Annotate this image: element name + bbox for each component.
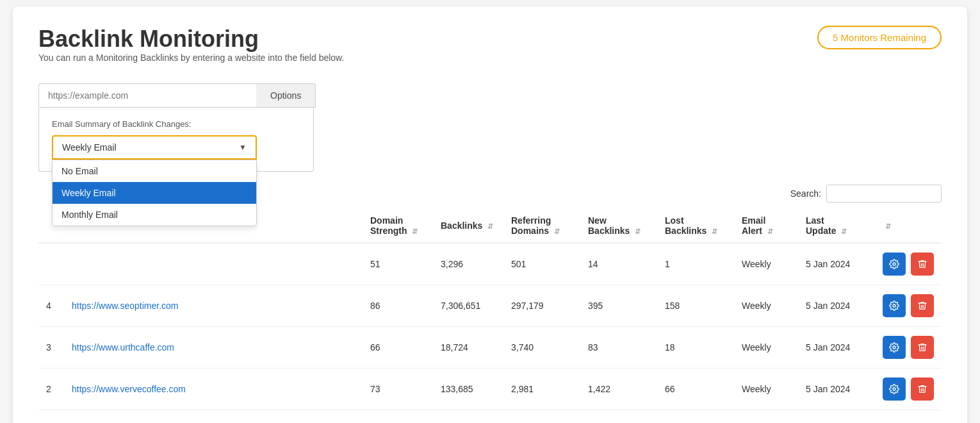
- options-tab[interactable]: Options: [256, 83, 316, 108]
- dropdown-options-list: No Email Weekly Email Monthly Email: [52, 160, 257, 226]
- gear-icon: [889, 259, 899, 269]
- cell-ds-2: 66: [363, 327, 433, 369]
- sort-icon-ds: ⇵: [412, 228, 418, 235]
- cell-nb-2: 83: [580, 327, 657, 369]
- cell-bl-1: 7,306,651: [433, 285, 503, 327]
- header-area: Backlink Monitoring You can run a Monito…: [38, 26, 942, 77]
- sort-icon-nb: ⇵: [635, 228, 641, 235]
- cell-num-0: [38, 243, 64, 285]
- sort-icon-bl: ⇵: [487, 222, 493, 230]
- cell-actions-1: [875, 285, 942, 327]
- url-input[interactable]: [38, 83, 256, 108]
- cell-lb-1: 158: [657, 285, 734, 327]
- cell-lb-3: 66: [657, 369, 734, 410]
- trash-icon: [917, 259, 927, 269]
- cell-ds-3: 73: [363, 369, 433, 410]
- cell-lu-3: 5 Jan 2024: [798, 369, 875, 410]
- delete-button-0[interactable]: [911, 253, 934, 276]
- table-row: 3 https://www.urthcaffe.com 66 18,724 3,…: [38, 327, 942, 369]
- cell-domain-3[interactable]: https://www.vervecoffee.com: [64, 369, 363, 410]
- delete-button-3[interactable]: [911, 377, 934, 401]
- cell-lu-0: 5 Jan 2024: [798, 243, 875, 285]
- sort-icon-act: ⇵: [885, 222, 891, 230]
- cell-nb-0: 14: [580, 243, 657, 285]
- col-header-rd[interactable]: ReferringDomains ⇵: [503, 209, 580, 243]
- input-area: Options Email Summary of Backlink Change…: [38, 83, 942, 172]
- cell-lb-0: 1: [657, 243, 734, 285]
- col-header-nb[interactable]: NewBacklinks ⇵: [580, 209, 657, 243]
- cell-bl-3: 133,685: [433, 369, 503, 410]
- gear-icon: [889, 301, 899, 311]
- dropdown-trigger[interactable]: Weekly Email ▼: [52, 135, 257, 160]
- cell-actions-2: [875, 327, 942, 369]
- col-header-lu[interactable]: LastUpdate ⇵: [798, 209, 875, 243]
- sort-icon-lu: ⇵: [841, 228, 847, 235]
- cell-rd-0: 501: [503, 243, 580, 285]
- col-header-lb[interactable]: LostBacklinks ⇵: [657, 209, 734, 243]
- options-panel: Email Summary of Backlink Changes: Weekl…: [38, 108, 314, 172]
- table-row: 4 https://www.seoptimer.com 86 7,306,651…: [38, 285, 942, 327]
- search-input[interactable]: [826, 185, 942, 203]
- cell-num-2: 3: [38, 327, 64, 369]
- trash-icon: [917, 301, 927, 311]
- trash-icon: [917, 384, 927, 394]
- domain-link-3[interactable]: https://www.vervecoffee.com: [72, 384, 186, 394]
- cell-ds-1: 86: [363, 285, 433, 327]
- backlinks-table: DomainStrength ⇵ Backlinks ⇵ ReferringDo…: [38, 209, 942, 410]
- cell-domain-2[interactable]: https://www.urthcaffe.com: [64, 327, 363, 369]
- settings-button-3[interactable]: [883, 377, 906, 401]
- email-summary-label: Email Summary of Backlink Changes:: [52, 119, 300, 129]
- subtitle: You can run a Monitoring Backlinks by en…: [38, 53, 344, 63]
- cell-bl-0: 3,296: [433, 243, 503, 285]
- svg-point-3: [893, 388, 895, 390]
- cell-lu-1: 5 Jan 2024: [798, 285, 875, 327]
- dropdown-option-no-email[interactable]: No Email: [53, 160, 256, 182]
- cell-ea-0: Weekly: [734, 243, 798, 285]
- trash-icon: [917, 342, 927, 352]
- dropdown-selected-value: Weekly Email: [62, 142, 117, 153]
- table-row: 51 3,296 501 14 1 Weekly 5 Jan 2024: [38, 243, 942, 285]
- cell-domain-1[interactable]: https://www.seoptimer.com: [64, 285, 363, 327]
- cell-ea-3: Weekly: [734, 369, 798, 410]
- dropdown-option-monthly-email[interactable]: Monthly Email: [53, 204, 256, 226]
- sort-icon-rd: ⇵: [554, 228, 560, 235]
- cell-rd-2: 3,740: [503, 327, 580, 369]
- cell-rd-3: 2,981: [503, 369, 580, 410]
- search-label: Search:: [790, 188, 821, 199]
- cell-nb-1: 395: [580, 285, 657, 327]
- domain-link-2[interactable]: https://www.urthcaffe.com: [72, 342, 174, 352]
- gear-icon: [889, 342, 899, 352]
- cell-ea-1: Weekly: [734, 285, 798, 327]
- table-row: 2 https://www.vervecoffee.com 73 133,685…: [38, 369, 942, 410]
- input-row: Options: [38, 83, 942, 108]
- domain-link-1[interactable]: https://www.seoptimer.com: [72, 301, 179, 311]
- title-area: Backlink Monitoring You can run a Monito…: [38, 26, 344, 77]
- page-title: Backlink Monitoring: [38, 26, 344, 53]
- settings-button-2[interactable]: [883, 336, 906, 359]
- dropdown-option-weekly-email[interactable]: Weekly Email: [53, 182, 256, 204]
- sort-icon-ea: ⇵: [767, 228, 773, 235]
- delete-button-2[interactable]: [911, 336, 934, 359]
- col-header-ds[interactable]: DomainStrength ⇵: [363, 209, 433, 243]
- email-dropdown-wrapper: Weekly Email ▼ No Email Weekly Email Mon…: [52, 135, 257, 160]
- monitors-badge[interactable]: 5 Monitors Remaining: [817, 26, 942, 49]
- cell-num-3: 2: [38, 369, 64, 410]
- delete-button-1[interactable]: [911, 294, 934, 317]
- svg-point-2: [893, 346, 895, 349]
- settings-button-1[interactable]: [883, 294, 906, 317]
- col-header-ea[interactable]: EmailAlert ⇵: [734, 209, 798, 243]
- cell-ds-0: 51: [363, 243, 433, 285]
- settings-button-0[interactable]: [883, 253, 906, 276]
- col-header-bl[interactable]: Backlinks ⇵: [433, 209, 503, 243]
- cell-lb-2: 18: [657, 327, 734, 369]
- col-header-act: ⇵: [875, 209, 942, 243]
- sort-icon-lb: ⇵: [712, 228, 717, 235]
- cell-num-1: 4: [38, 285, 64, 327]
- dropdown-chevron-icon: ▼: [239, 143, 247, 152]
- cell-actions-0: [875, 243, 942, 285]
- page-container: Backlink Monitoring You can run a Monito…: [13, 6, 967, 423]
- gear-icon: [889, 384, 899, 394]
- cell-lu-2: 5 Jan 2024: [798, 327, 875, 369]
- cell-actions-3: [875, 369, 942, 410]
- svg-point-0: [893, 263, 895, 265]
